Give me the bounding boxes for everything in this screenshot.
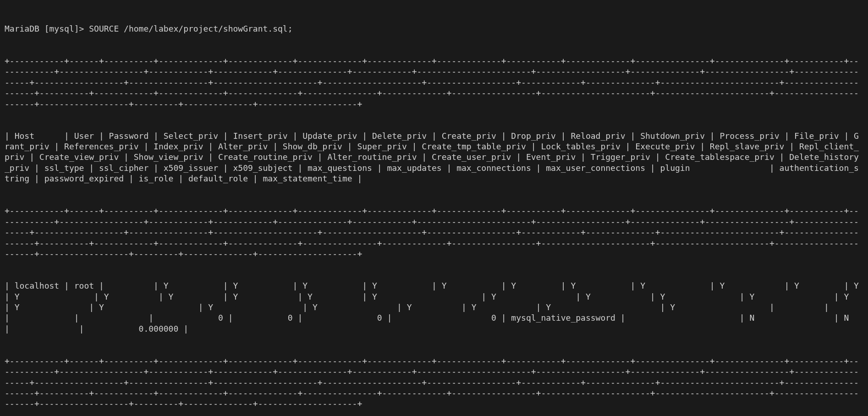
prompt-line: MariaDB [mysql]> SOURCE /home/labex/proj…: [5, 23, 863, 34]
terminal-output[interactable]: MariaDB [mysql]> SOURCE /home/labex/proj…: [0, 0, 868, 416]
table-border-mid: +-----------+------+----------+---------…: [5, 205, 863, 259]
table-header-row: | Host | User | Password | Select_priv |…: [5, 131, 863, 184]
sql-command: SOURCE /home/labex/project/showGrant.sql…: [89, 24, 292, 33]
table-row: | localhost | root | | Y | Y | Y | Y | Y…: [5, 280, 863, 334]
shell-prompt: MariaDB [mysql]>: [5, 24, 89, 33]
table-border-bottom: +-----------+------+----------+---------…: [5, 356, 863, 409]
table-border-top: +-----------+------+----------+---------…: [5, 55, 863, 109]
